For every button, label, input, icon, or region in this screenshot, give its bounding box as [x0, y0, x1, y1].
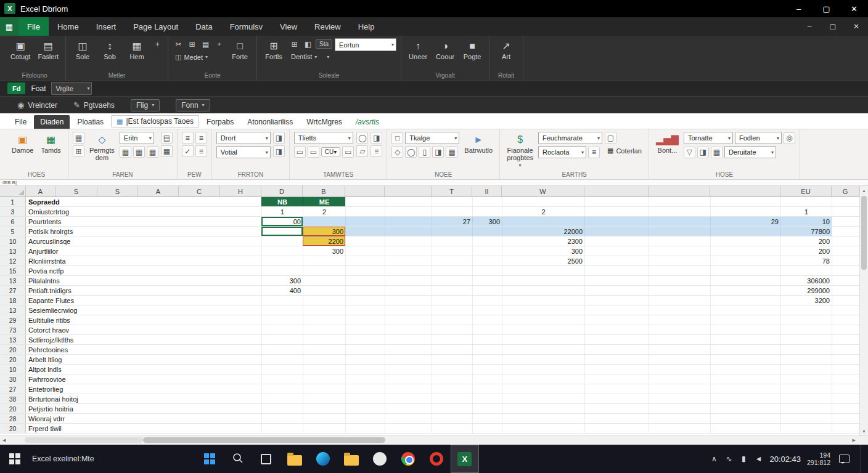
cell-EU-29[interactable]	[780, 315, 832, 325]
sheet-tab-est-faclospas-taoes[interactable]: ▦|Est faclospas Taoes	[111, 115, 199, 127]
cell-B-27[interactable]	[303, 384, 345, 394]
cell-T-10[interactable]	[432, 365, 472, 374]
tornatte-dropdown[interactable]: Tornatte▾	[684, 132, 733, 144]
permgts-dem-button[interactable]: ◇Permgts dem	[87, 132, 117, 163]
grid-button[interactable]: ▦	[120, 146, 131, 158]
cell-II-10[interactable]	[472, 365, 502, 374]
cell-E4-27[interactable]	[649, 286, 710, 295]
vertical-scrollbar[interactable]: ▲ ▼	[859, 186, 868, 435]
cell-E4-28[interactable]	[649, 414, 710, 423]
cell-B-5[interactable]: 300	[303, 227, 345, 236]
row-number[interactable]: 20	[0, 355, 26, 364]
cell-E5-13[interactable]	[710, 276, 780, 285]
row-label[interactable]: Sopraedd	[26, 197, 261, 206]
column-header-B[interactable]: B	[303, 186, 345, 196]
column-header-EU[interactable]: EU	[780, 186, 832, 196]
row-number[interactable]: 13	[0, 276, 26, 285]
cell-E2-29[interactable]	[385, 315, 432, 325]
cell-E4-10[interactable]	[649, 365, 710, 374]
maximize-button[interactable]: ▢	[813, 0, 840, 17]
pogte-button[interactable]: ■Pogte	[460, 38, 485, 62]
row-number[interactable]: 13	[0, 246, 26, 256]
cell-D-1[interactable]: NB	[261, 197, 303, 206]
fonn-dropdown[interactable]: Fonn▾	[176, 99, 210, 111]
taskbar-clock[interactable]: 20:02:43	[769, 455, 801, 464]
cell-EU-10[interactable]	[780, 365, 832, 374]
cell-G-10[interactable]	[832, 236, 859, 246]
cell-D-6[interactable]: 00	[261, 217, 303, 226]
cells-button[interactable]: ⊞	[289, 38, 300, 50]
faslert-button[interactable]: ▤Faslert	[35, 38, 61, 62]
maximize-button-2[interactable]: ▢	[821, 17, 845, 36]
cell-T-27[interactable]	[432, 286, 472, 295]
excel-app-icon[interactable]: ▦	[0, 17, 18, 36]
cell-E1-38[interactable]	[345, 394, 385, 403]
cell-E3-29[interactable]	[584, 315, 649, 325]
cell-T-12[interactable]	[432, 256, 472, 265]
column-header-A[interactable]: A	[26, 186, 55, 196]
cell-EU-13[interactable]	[780, 335, 832, 344]
cell-G-28[interactable]	[832, 414, 859, 423]
cell-E1-13[interactable]	[345, 305, 385, 315]
cell-W-13[interactable]	[502, 335, 584, 344]
ribbon-tab-view[interactable]: View	[271, 17, 306, 36]
row-label[interactable]: Anjurtliilor	[26, 246, 261, 256]
cell-E1-30[interactable]	[345, 374, 385, 384]
cell-II-5[interactable]	[472, 227, 502, 236]
cell-T-3[interactable]	[432, 207, 472, 216]
cell-B-10[interactable]	[303, 365, 345, 374]
ribbon-tab-insert[interactable]: Insert	[88, 17, 125, 36]
grid-button[interactable]: ▦	[446, 146, 457, 158]
cell-II-18[interactable]	[472, 296, 502, 305]
cell-E2-73[interactable]	[385, 325, 432, 334]
cell-G-15[interactable]	[832, 266, 859, 275]
frame-button[interactable]: ▢	[605, 132, 616, 144]
cell-B-20[interactable]	[303, 404, 345, 413]
chevron-up-icon[interactable]: ∧	[709, 455, 719, 463]
row-label[interactable]: Omiustcrtrtog	[26, 207, 261, 216]
cell-T-28[interactable]	[432, 414, 472, 423]
row-label[interactable]: Frperd tiwil	[26, 424, 261, 433]
cell-E4-20[interactable]	[649, 424, 710, 433]
copy-button[interactable]: ▤	[200, 38, 211, 50]
cell-W-29[interactable]	[502, 315, 584, 325]
check-button[interactable]: ✓	[182, 145, 194, 157]
cell-E2-3[interactable]	[385, 207, 432, 216]
cell-E2-20[interactable]	[385, 355, 432, 364]
cell-II-1[interactable]	[472, 197, 502, 206]
cell-T-30[interactable]	[432, 374, 472, 384]
cell-E4-3[interactable]	[649, 207, 710, 216]
batrwutlo-button[interactable]: ►Batrwutlo	[462, 132, 495, 156]
copy-button[interactable]: ▤	[161, 132, 173, 144]
cell-E4-20[interactable]	[649, 345, 710, 354]
cell-G-5[interactable]	[832, 227, 859, 236]
cell-B-6[interactable]	[303, 217, 345, 226]
taskbar-clock-stack[interactable]: 194 291:812	[807, 451, 830, 466]
forte-button[interactable]: □Forte	[227, 38, 252, 62]
cell-G-13[interactable]	[832, 305, 859, 315]
cell-W-12[interactable]: 2500	[502, 256, 584, 265]
cell-T-5[interactable]	[432, 227, 472, 236]
cell-W-73[interactable]	[502, 325, 584, 334]
row-number[interactable]: 15	[0, 266, 26, 275]
cell-W-18[interactable]	[502, 296, 584, 305]
cell-E2-20[interactable]	[385, 424, 432, 433]
cell-D-12[interactable]	[261, 256, 303, 265]
cell-E3-13[interactable]	[584, 335, 649, 344]
cell-E5-13[interactable]	[710, 335, 780, 344]
cell-II-13[interactable]	[472, 246, 502, 256]
cell-B-20[interactable]	[303, 345, 345, 354]
cell-E2-18[interactable]	[385, 296, 432, 305]
cell-D-20[interactable]	[261, 355, 303, 364]
cell-B-20[interactable]	[303, 424, 345, 433]
folder-taskbar-button[interactable]	[337, 445, 366, 473]
cell-D-15[interactable]	[261, 266, 303, 275]
cell-II-28[interactable]	[472, 414, 502, 423]
cell-E1-6[interactable]	[345, 217, 385, 226]
row-label[interactable]: Pntiaft.tnidigrs	[26, 286, 261, 295]
cell-E5-20[interactable]	[710, 345, 780, 354]
row-label[interactable]: Fwhrroovioe	[26, 374, 261, 384]
cell-D-28[interactable]	[261, 414, 303, 423]
column-header-blank[interactable]	[385, 186, 432, 196]
cell-T-27[interactable]	[432, 384, 472, 394]
